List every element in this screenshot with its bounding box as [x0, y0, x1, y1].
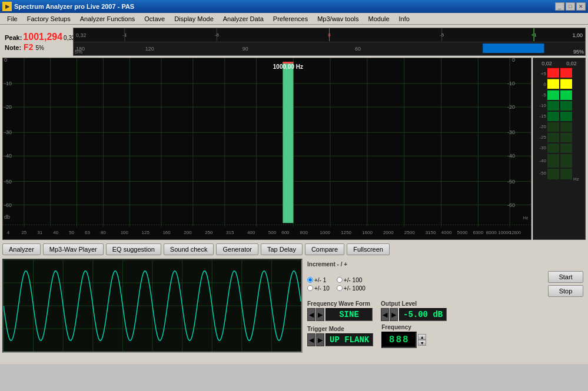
svg-text:250: 250: [205, 230, 213, 235]
output-right-btn[interactable]: ▶: [390, 308, 398, 321]
fullscreen-button[interactable]: Fullscreen: [347, 243, 390, 255]
svg-text:+1: +1: [531, 32, 537, 38]
generator-button[interactable]: Generator: [216, 243, 258, 255]
ruler-pct-label-left: 5%: [75, 49, 82, 55]
svg-rect-92: [547, 101, 559, 112]
svg-text:400: 400: [247, 230, 255, 235]
svg-rect-96: [547, 143, 559, 154]
start-button[interactable]: Start: [548, 271, 583, 283]
menu-module[interactable]: Module: [363, 15, 394, 23]
svg-text:90: 90: [242, 46, 248, 52]
titlebar: ▶ Spectrum Analyzer pro Live 2007 - PAS …: [0, 0, 588, 13]
svg-text:12600: 12600: [509, 230, 521, 235]
spectrum-svg: 0 -10 -20 -30 -40 -50 -60 db 0 -10 -20 -…: [3, 58, 531, 239]
svg-text:Hz: Hz: [523, 216, 529, 220]
analyzer-button[interactable]: Analyzer: [2, 243, 41, 255]
note-value: F2: [24, 42, 33, 52]
svg-rect-91: [547, 91, 559, 100]
trigger-toggle[interactable]: ◀ ▶: [307, 333, 324, 346]
svg-text:db: db: [4, 214, 10, 220]
svg-text:5000: 5000: [457, 230, 467, 235]
menubar: File Factory Setups Analyzer Functions O…: [0, 13, 588, 25]
minimize-button[interactable]: _: [555, 2, 564, 11]
bottom-panel: Increment - / + +/- 1 +/- 10: [2, 259, 586, 362]
maximize-button[interactable]: □: [566, 2, 575, 11]
svg-rect-116: [560, 122, 572, 133]
menu-file[interactable]: File: [2, 15, 22, 23]
freq-up-arrow[interactable]: ▲: [418, 334, 426, 340]
menu-display-mode[interactable]: Display Mode: [170, 15, 218, 23]
svg-rect-118: [560, 143, 572, 154]
svg-text:125: 125: [142, 230, 150, 235]
svg-text:6300: 6300: [473, 230, 483, 235]
freq-down-arrow[interactable]: ▼: [418, 340, 426, 346]
radio-1[interactable]: [307, 277, 313, 283]
vu-left-label: 0,02: [542, 61, 552, 66]
vu-scale-minus50: -50: [539, 168, 546, 179]
wave-left-btn[interactable]: ◀: [307, 308, 315, 321]
svg-text:50: 50: [69, 230, 74, 235]
radio-1000[interactable]: [337, 285, 343, 291]
increment-label: Increment - / +: [307, 261, 347, 268]
spectrum-container: 0 -10 -20 -30 -40 -50 -60 db 0 -10 -20 -…: [2, 58, 586, 240]
svg-rect-14: [483, 44, 544, 53]
svg-text:40: 40: [53, 230, 58, 235]
tap-delay-button[interactable]: Tap Delay: [261, 243, 303, 255]
output-left-btn[interactable]: ◀: [381, 308, 389, 321]
svg-rect-119: [560, 154, 572, 169]
svg-rect-93: [547, 112, 559, 122]
svg-text:1600: 1600: [362, 230, 373, 235]
output-toggle[interactable]: ◀ ▶: [381, 308, 398, 321]
close-button[interactable]: ✕: [576, 2, 586, 11]
svg-rect-98: [547, 169, 559, 179]
peak-note-display: Peak: 1001,294 0,32 Note: F2 5%: [2, 31, 73, 53]
wave-canvas: [4, 260, 301, 352]
waveform-toggle[interactable]: ◀ ▶: [307, 308, 324, 321]
frequency-spinner[interactable]: ▲ ▼: [418, 334, 426, 346]
spectrum-display: 0 -10 -20 -30 -40 -50 -60 db 0 -10 -20 -…: [2, 58, 531, 240]
menu-info[interactable]: Info: [394, 15, 414, 23]
ruler-bottom-svg: 180 120 90 60: [74, 42, 585, 54]
svg-text:-60: -60: [507, 202, 515, 208]
eq-suggestion-button[interactable]: EQ suggestion: [106, 243, 161, 255]
radio-100[interactable]: [337, 277, 343, 283]
menu-analyzer-data[interactable]: Analyzer Data: [218, 15, 268, 23]
radio-1000-text: +/- 1000: [344, 285, 366, 292]
frequency-lcd: 888: [381, 332, 417, 348]
menu-analyzer-functions[interactable]: Analyzer Functions: [75, 15, 140, 23]
compare-button[interactable]: Compare: [305, 243, 344, 255]
vu-scale-0: 0: [539, 79, 546, 90]
output-level-label: Output Level: [381, 300, 447, 307]
radio-10-label[interactable]: +/- 10: [307, 285, 330, 292]
menu-factory-setups[interactable]: Factory Setups: [22, 15, 75, 23]
svg-text:-60: -60: [4, 202, 12, 208]
controls-panel: Increment - / + +/- 1 +/- 10: [305, 259, 586, 362]
ruler-area: 0,32 -1 -6 0 -5 +1 1,00: [73, 28, 586, 56]
svg-text:4000: 4000: [441, 230, 452, 235]
menu-preferences[interactable]: Preferences: [268, 15, 313, 23]
radio-1-label[interactable]: +/- 1: [307, 277, 330, 283]
svg-text:60: 60: [355, 46, 361, 52]
stop-button[interactable]: Stop: [548, 285, 583, 297]
info-row: Peak: 1001,294 0,32 Note: F2 5% 0,32 -1 …: [2, 27, 586, 56]
sound-check-button[interactable]: Sound check: [164, 243, 214, 255]
radio-100-label[interactable]: +/- 100: [337, 277, 366, 283]
trigger-right-btn[interactable]: ▶: [316, 333, 324, 346]
svg-text:0: 0: [328, 32, 331, 38]
vu-hz-label: Hz: [573, 176, 579, 182]
wave-right-btn[interactable]: ▶: [316, 308, 324, 321]
vu-scale-minus10: -10: [539, 101, 546, 111]
increment-row: Increment - / +: [307, 261, 583, 268]
svg-text:315: 315: [226, 230, 234, 235]
radio-10[interactable]: [307, 285, 313, 291]
svg-text:-1: -1: [122, 32, 127, 38]
waveform-section: Frequency Wave Form ◀ ▶ SINE Output Leve…: [307, 300, 583, 321]
mp3wav-player-button[interactable]: Mp3-Wav Player: [43, 243, 104, 255]
trigger-left-btn[interactable]: ◀: [307, 333, 315, 346]
svg-text:8000: 8000: [486, 230, 497, 235]
svg-rect-120: [560, 169, 572, 179]
radio-1000-label[interactable]: +/- 1000: [337, 285, 366, 292]
menu-mp3wav[interactable]: Mp3/wav tools: [313, 15, 363, 23]
menu-octave[interactable]: Octave: [139, 15, 170, 23]
svg-text:-10: -10: [507, 81, 515, 86]
